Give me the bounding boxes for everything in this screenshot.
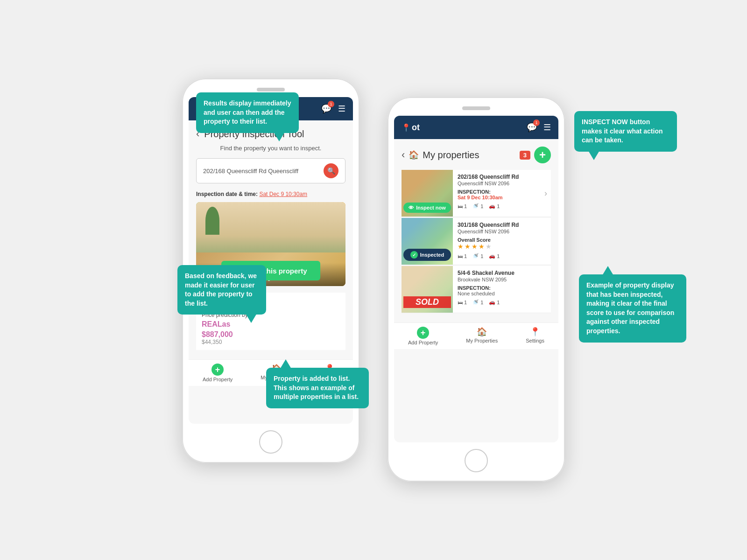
home-button-2[interactable] (465, 449, 488, 472)
prop-meta-row-1: 🛏 1 🚿 1 🚗 (458, 203, 546, 209)
prop-suburb-3: Brookvale NSW 2095 (458, 277, 546, 282)
eye-icon: 👁 (409, 205, 414, 210)
callout-1: Results display immediately and user can… (196, 92, 299, 133)
search-box-1[interactable]: 202/168 Queenscliff Rd Queenscliff 🔍 (196, 158, 345, 183)
prop-suburb-2: Queenscliff NSW 2096 (458, 229, 546, 234)
nav-myprops-label-2: My Properties (466, 338, 498, 343)
bottom-nav-2: + Add Property 🏠 My Properties 📍 Setting… (394, 322, 558, 349)
property-list-item-3: SOLD 5/4-6 Shackel Avenue Brookvale NSW … (402, 266, 551, 313)
callout-5: Example of property display that has bee… (579, 274, 686, 343)
menu-icon-2[interactable]: ☰ (543, 122, 551, 133)
home-button-1[interactable] (259, 430, 282, 454)
prop-meta-row-2: 🛏 1 🚿 1 🚗 (458, 253, 546, 259)
star-2: ★ (465, 243, 471, 250)
inspect-now-label: Inspect now (416, 205, 446, 210)
baths-1: 🚿 1 (472, 203, 483, 209)
inspect-now-button[interactable]: 👁 Inspect now (403, 203, 451, 213)
star-4: ★ (479, 243, 485, 250)
back-nav-2: ‹ 🏠 My properties 3 + (402, 147, 551, 163)
bed-icon-p1: 🛏 (458, 203, 463, 209)
callout-4: INSPECT NOW button makes it clear what a… (574, 111, 677, 152)
prop-info-1: 202/168 Queenscliff Rd Queenscliff NSW 2… (453, 170, 551, 217)
prop-insp-label-2: Overall Score (458, 237, 546, 243)
app-header-2: 📍 ot 💬 1 ☰ (394, 116, 558, 139)
screen-content-2: ‹ 🏠 My properties 3 + (394, 139, 558, 321)
logo-spot-2: ot (412, 123, 420, 133)
nav-settings-label-2: Settings (526, 338, 544, 343)
property-count-badge: 3 (520, 151, 530, 160)
nav-add-icon-2: + (417, 327, 429, 339)
back-button-2[interactable]: ‹ (402, 149, 405, 161)
logo-pin-icon-2: 📍 (402, 123, 411, 132)
callout-2: Based on feedback, we made it easier for… (177, 265, 266, 315)
app-logo-2: 📍 ot (402, 123, 420, 133)
prop-address-2: 301/168 Queenscliff Rd (458, 222, 546, 228)
nav-add-1[interactable]: + Add Property (203, 364, 233, 382)
prop-thumb-2: ✓ Inspected (402, 218, 453, 265)
inspected-button[interactable]: ✓ Inspected (403, 249, 451, 261)
sold-badge: SOLD (403, 296, 451, 308)
nav-add-2[interactable]: + Add Property (408, 327, 438, 345)
callout-3: Property is added to list. This shows an… (266, 368, 369, 408)
inspection-date-link[interactable]: Sat Dec 9 10:30am (259, 191, 307, 197)
chat-badge-2: 1 (533, 119, 540, 126)
property-list: 👁 Inspect now 202/168 Queenscliff Rd Que… (402, 170, 551, 313)
bed-icon-p2: 🛏 (458, 253, 463, 259)
nav-myprops-2[interactable]: 🏠 My Properties (466, 327, 498, 345)
prop-thumb-1: 👁 Inspect now (402, 170, 453, 217)
header-icons-1: 💬 1 ☰ (321, 104, 345, 114)
phone-2: 📍 ot 💬 1 ☰ ‹ (388, 97, 565, 482)
subtitle-1: Find the property you want to inspect. (196, 145, 345, 152)
inspected-label: Inspected (420, 252, 444, 258)
cars-3: 🚗 1 (489, 299, 500, 305)
prop-address-1: 202/168 Queenscliff Rd (458, 174, 546, 180)
inspected-overlay: ✓ Inspected (403, 249, 451, 261)
bath-icon-p3: 🚿 (472, 299, 479, 305)
bath-icon-p2: 🚿 (472, 253, 479, 259)
nav-settings-2[interactable]: 📍 Settings (526, 327, 544, 345)
check-icon: ✓ (410, 251, 418, 259)
cars-1: 🚗 1 (489, 203, 500, 209)
search-value-1: 202/168 Queenscliff Rd Queenscliff (203, 168, 298, 175)
prop-insp-label-1: INSPECTION: (458, 189, 546, 195)
prop-suburb-1: Queenscliff NSW 2096 (458, 181, 546, 186)
price-main: $887,000 (202, 330, 340, 339)
car-icon-p1: 🚗 (489, 203, 495, 209)
prop-meta-row-3: 🛏 1 🚿 1 🚗 (458, 299, 546, 305)
beds-1: 🛏 1 (458, 203, 467, 209)
star-5-empty: ★ (486, 243, 492, 250)
prop-info-2: 301/168 Queenscliff Rd Queenscliff NSW 2… (453, 218, 551, 265)
inspect-now-overlay: 👁 Inspect now (403, 203, 451, 213)
beds-2: 🛏 1 (458, 253, 467, 259)
car-icon-p3: 🚗 (489, 299, 495, 305)
stars-row: ★ ★ ★ ★ ★ (458, 243, 546, 250)
phone-notch-1 (257, 88, 285, 91)
add-property-circle[interactable]: + (534, 147, 551, 163)
phone-2-screen: 📍 ot 💬 1 ☰ ‹ (394, 116, 558, 442)
star-3: ★ (472, 243, 478, 250)
prop-info-3: 5/4-6 Shackel Avenue Brookvale NSW 2095 … (453, 266, 551, 313)
realas-logo: REALas (202, 320, 340, 329)
bath-icon-p1: 🚿 (472, 203, 479, 209)
car-icon-p2: 🚗 (489, 253, 495, 259)
prop-address-3: 5/4-6 Shackel Avenue (458, 270, 546, 276)
property-list-item-1: 👁 Inspect now 202/168 Queenscliff Rd Que… (402, 170, 551, 217)
prop-insp-date-1: Sat 9 Dec 10:30am (458, 195, 546, 200)
property-list-item-2: ✓ Inspected 301/168 Queenscliff Rd Queen… (402, 218, 551, 265)
chat-icon[interactable]: 💬 1 (321, 104, 331, 114)
beds-3: 🛏 1 (458, 299, 467, 305)
search-submit-1[interactable]: 🔍 (324, 163, 338, 178)
header-icons-2: 💬 1 ☰ (527, 122, 551, 133)
screen-content-1: ‹ Property Inspection Tool Find the prop… (189, 120, 353, 357)
my-props-title: My properties (423, 150, 515, 161)
menu-icon[interactable]: ☰ (338, 104, 345, 114)
prop-insp-none-3: None scheduled (458, 291, 546, 296)
cars-2: 🚗 1 (489, 253, 500, 259)
nav-settings-icon-2: 📍 (530, 327, 540, 337)
chat-icon-2[interactable]: 💬 1 (527, 122, 537, 133)
star-1: ★ (458, 243, 464, 250)
inspection-label-1: Inspection date & time: Sat Dec 9 10:30a… (196, 191, 345, 197)
prop-thumb-3: SOLD (402, 266, 453, 313)
chat-badge: 1 (328, 101, 334, 107)
phone-notch-2 (462, 106, 490, 110)
